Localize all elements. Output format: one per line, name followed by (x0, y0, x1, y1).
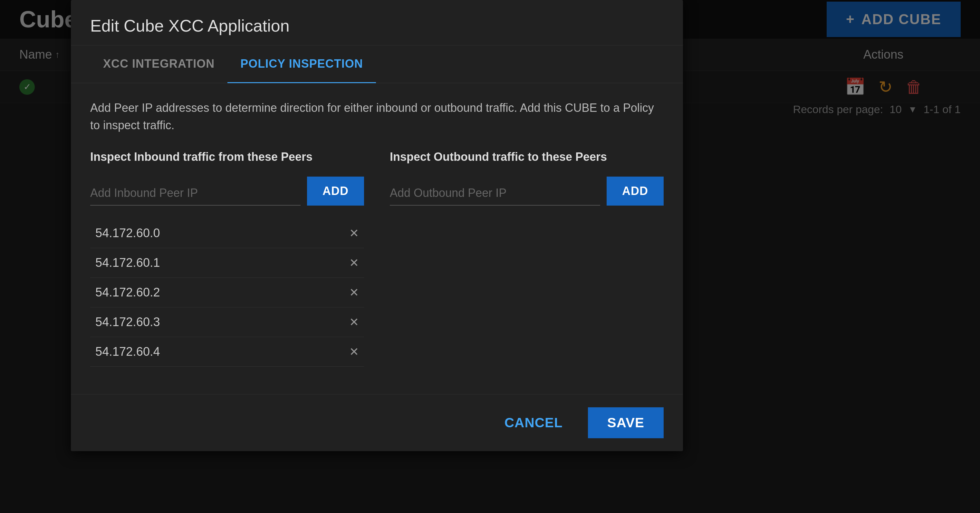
peer-sections: Inspect Inbound traffic from these Peers… (90, 150, 663, 367)
description-text: Add Peer IP addresses to determine direc… (90, 99, 663, 134)
outbound-add-button[interactable]: ADD (607, 177, 663, 206)
remove-ip-icon[interactable]: ✕ (349, 345, 359, 358)
save-button[interactable]: SAVE (588, 407, 663, 438)
modal-title: Edit Cube XCC Application (90, 16, 290, 35)
modal-tabs: XCC INTEGRATION POLICY INSPECTION (71, 45, 683, 83)
remove-ip-icon[interactable]: ✕ (349, 315, 359, 329)
tab-policy-inspection[interactable]: POLICY INSPECTION (228, 45, 375, 83)
remove-ip-icon[interactable]: ✕ (349, 226, 359, 240)
modal-footer: CANCEL SAVE (71, 394, 683, 451)
inbound-ip-list: 54.172.60.0 ✕ 54.172.60.1 ✕ 54.172.60.2 … (90, 218, 364, 367)
outbound-section: Inspect Outbound traffic to these Peers … (390, 150, 663, 367)
ip-value: 54.172.60.1 (95, 256, 160, 270)
inbound-add-button[interactable]: ADD (307, 177, 364, 206)
inbound-peer-ip-input[interactable] (90, 181, 301, 206)
outbound-section-title: Inspect Outbound traffic to these Peers (390, 150, 663, 164)
cancel-button[interactable]: CANCEL (489, 407, 578, 438)
ip-value: 54.172.60.3 (95, 315, 160, 329)
outbound-input-row: ADD (390, 177, 663, 206)
inbound-section-title: Inspect Inbound traffic from these Peers (90, 150, 364, 164)
modal-content: Add Peer IP addresses to determine direc… (71, 83, 683, 394)
remove-ip-icon[interactable]: ✕ (349, 286, 359, 300)
outbound-peer-ip-input[interactable] (390, 181, 600, 206)
list-item: 54.172.60.1 ✕ (90, 248, 364, 278)
ip-value: 54.172.60.2 (95, 285, 160, 300)
list-item: 54.172.60.0 ✕ (90, 218, 364, 248)
ip-value: 54.172.60.4 (95, 345, 160, 358)
inbound-input-row: ADD (90, 177, 364, 206)
list-item: 54.172.60.4 ✕ (90, 337, 364, 367)
list-item: 54.172.60.3 ✕ (90, 307, 364, 337)
remove-ip-icon[interactable]: ✕ (349, 256, 359, 270)
modal-overlay: Edit Cube XCC Application XCC INTEGRATIO… (0, 0, 980, 513)
modal-dialog: Edit Cube XCC Application XCC INTEGRATIO… (71, 0, 683, 451)
modal-header: Edit Cube XCC Application (71, 0, 683, 45)
inbound-section: Inspect Inbound traffic from these Peers… (90, 150, 364, 367)
ip-value: 54.172.60.0 (95, 226, 160, 240)
list-item: 54.172.60.2 ✕ (90, 278, 364, 307)
tab-xcc-integration[interactable]: XCC INTEGRATION (90, 45, 228, 83)
